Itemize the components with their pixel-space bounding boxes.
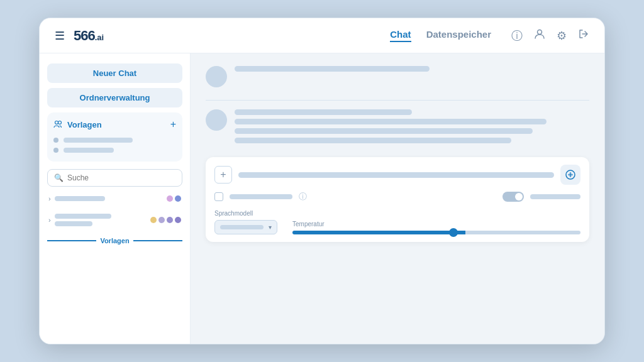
add-template-button[interactable]: + (170, 119, 176, 130)
avatar-2 (206, 109, 227, 131)
option-bar-2 (530, 194, 580, 199)
settings-icon[interactable]: ⚙ (557, 29, 567, 43)
svg-point-1 (55, 121, 58, 124)
svg-point-2 (58, 121, 62, 124)
input-row: + (214, 165, 580, 185)
templates-icon (53, 119, 62, 130)
select-bar (220, 225, 264, 229)
sprachmodell-group: Sprachmodell ▾ (214, 210, 277, 234)
nav-bar-2a (55, 214, 111, 219)
search-box: 🔍 (47, 169, 182, 187)
option-info-icon[interactable]: ⓘ (299, 191, 307, 202)
color-dot-2d (175, 217, 181, 223)
avatar-1 (206, 66, 227, 87)
sprachmodell-select[interactable]: ▾ (214, 220, 277, 234)
msg-bar-2b (235, 119, 547, 124)
tab-datenspeicher[interactable]: Datenspeicher (426, 29, 491, 42)
hamburger-menu[interactable]: ☰ (55, 29, 65, 43)
chevron-icon-2: › (48, 216, 51, 224)
nav-bar-2b (55, 221, 92, 226)
dot-group-1 (167, 195, 181, 202)
tab-chat[interactable]: Chat (390, 29, 411, 42)
slider-thumb[interactable] (449, 228, 458, 237)
nav-tabs: Chat Datenspeicher (390, 29, 491, 42)
info-icon[interactable]: ⓘ (511, 28, 523, 43)
message-content-1 (235, 66, 589, 72)
svg-point-0 (538, 30, 542, 35)
divider-text: Vorlagen (100, 237, 129, 244)
main-content: Neuer Chat Ordnerverwaltung Vorlagen + (40, 53, 604, 344)
divider-line-left (47, 240, 96, 241)
toggle-switch[interactable] (502, 192, 524, 202)
color-dot-1b (175, 195, 181, 202)
msg-bar-1a (235, 66, 430, 72)
nav-item-1[interactable]: › (47, 192, 182, 206)
template-dot-1 (53, 138, 58, 143)
sprachmodell-label: Sprachmodell (214, 210, 277, 217)
template-item-1[interactable] (53, 135, 176, 145)
attach-button[interactable]: + (214, 166, 232, 184)
user-icon[interactable] (534, 28, 545, 43)
templates-header: Vorlagen + (53, 119, 176, 130)
templates-section: Vorlagen + (47, 112, 182, 162)
temperatur-slider[interactable] (292, 231, 580, 234)
template-bar-1 (64, 138, 133, 143)
temperatur-label: Temperatur (292, 221, 580, 228)
color-dot-1a (167, 195, 173, 202)
template-dot-2 (53, 148, 58, 153)
search-icon: 🔍 (54, 173, 64, 182)
divider-line-right (133, 240, 182, 241)
message-content-2 (235, 109, 589, 143)
text-input-area[interactable] (238, 172, 554, 178)
color-dot-2b (158, 217, 165, 223)
dot-group-2 (150, 217, 181, 223)
checkbox[interactable] (214, 192, 223, 201)
logo: 566 .ai (74, 28, 104, 44)
logo-number: 566 (74, 28, 95, 44)
color-dot-2c (167, 217, 173, 223)
divider-vorlagen: Vorlagen (47, 237, 182, 244)
msg-bar-2a (235, 109, 412, 115)
settings-row: Sprachmodell ▾ Temperatur (214, 209, 580, 234)
nav-bar-1 (55, 196, 105, 201)
template-item-2[interactable] (53, 145, 176, 155)
chat-area: + ⓘ (191, 53, 604, 344)
folder-mgmt-button[interactable]: Ordnerverwaltung (47, 88, 182, 107)
message-row-2 (206, 109, 589, 143)
nav-item-2[interactable]: › (47, 211, 182, 229)
logout-icon[interactable] (578, 28, 589, 43)
msg-bar-2d (235, 138, 511, 143)
template-bar-2 (64, 148, 114, 153)
select-chevron-icon: ▾ (269, 224, 272, 231)
msg-bar-2c (235, 128, 533, 134)
app-window: ☰ 566 .ai Chat Datenspeicher ⓘ ⚙ Neuer C… (39, 18, 605, 344)
sidebar: Neuer Chat Ordnerverwaltung Vorlagen + (40, 53, 191, 344)
templates-title: Vorlagen (67, 120, 165, 129)
color-dot-2a (150, 217, 157, 223)
logo-suffix: .ai (95, 33, 104, 42)
search-input[interactable] (67, 173, 175, 182)
header-icons: ⓘ ⚙ (511, 28, 589, 43)
header: ☰ 566 .ai Chat Datenspeicher ⓘ ⚙ (40, 18, 604, 53)
message-row-1 (206, 66, 589, 87)
new-chat-button[interactable]: Neuer Chat (47, 63, 182, 83)
option-bar-1 (230, 194, 292, 199)
msg-divider-1 (206, 100, 589, 101)
input-panel: + ⓘ (206, 157, 589, 242)
temperatur-group: Temperatur (292, 221, 580, 234)
send-button[interactable] (560, 165, 580, 185)
options-row: ⓘ (214, 191, 580, 202)
chevron-icon-1: › (48, 195, 51, 202)
